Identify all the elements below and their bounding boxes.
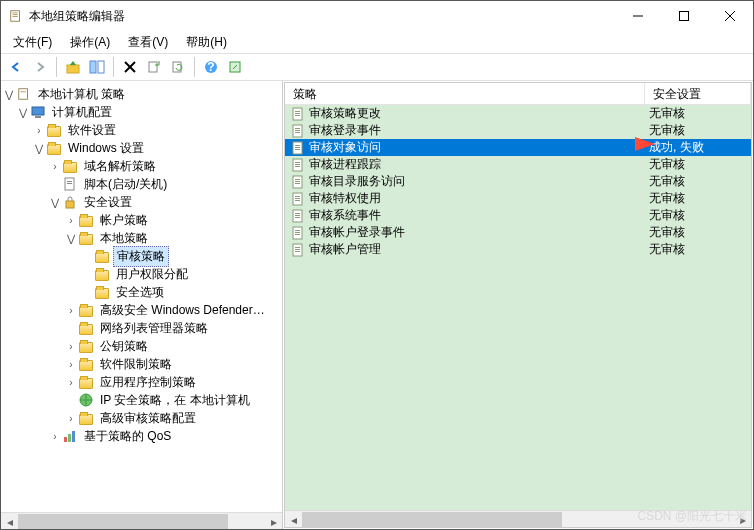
expand-icon[interactable]: › bbox=[49, 161, 61, 172]
menu-help[interactable]: 帮助(H) bbox=[178, 32, 235, 53]
list-row[interactable]: 审核登录事件无审核 bbox=[285, 122, 751, 139]
list-row[interactable]: 审核特权使用无审核 bbox=[285, 190, 751, 207]
tree[interactable]: ⋁ 本地计算机 策略 ⋁ 计算机配置 › 软件设置 ⋁ Wind bbox=[1, 81, 282, 512]
list-row[interactable]: 审核进程跟踪无审核 bbox=[285, 156, 751, 173]
ipsec-icon bbox=[78, 392, 94, 408]
forward-button[interactable] bbox=[29, 56, 51, 78]
expand-icon[interactable] bbox=[81, 269, 93, 280]
tree-scripts[interactable]: 脚本(启动/关机) bbox=[1, 175, 282, 193]
expand-icon[interactable] bbox=[81, 251, 93, 262]
expand-icon[interactable]: ⋁ bbox=[3, 89, 15, 100]
tree-qos[interactable]: › 基于策略的 QoS bbox=[1, 427, 282, 445]
scroll-thumb[interactable] bbox=[302, 512, 562, 527]
expand-icon[interactable] bbox=[81, 287, 93, 298]
tree-windows-settings[interactable]: ⋁ Windows 设置 bbox=[1, 139, 282, 157]
expand-icon[interactable]: › bbox=[65, 305, 77, 316]
expand-icon[interactable]: › bbox=[65, 359, 77, 370]
list-h-scrollbar[interactable]: ◂ ▸ bbox=[285, 510, 751, 527]
toolbar-separator bbox=[194, 57, 195, 77]
expand-icon[interactable]: › bbox=[65, 341, 77, 352]
tree-dns-policy[interactable]: › 域名解析策略 bbox=[1, 157, 282, 175]
tree-advaudit[interactable]: › 高级审核策略配置 bbox=[1, 409, 282, 427]
list-row[interactable]: 审核帐户管理无审核 bbox=[285, 241, 751, 258]
col-policy[interactable]: 策略 bbox=[285, 83, 645, 104]
close-button[interactable] bbox=[707, 1, 753, 31]
titlebar: 本地组策略编辑器 bbox=[1, 1, 753, 31]
delete-button[interactable] bbox=[119, 56, 141, 78]
tree-h-scrollbar[interactable]: ◂ ▸ bbox=[1, 512, 282, 529]
svg-rect-27 bbox=[64, 437, 67, 442]
tree-label: 高级安全 Windows Defender… bbox=[97, 301, 268, 320]
expand-icon[interactable] bbox=[65, 323, 77, 334]
menu-file[interactable]: 文件(F) bbox=[5, 32, 60, 53]
expand-icon[interactable]: › bbox=[65, 377, 77, 388]
maximize-button[interactable] bbox=[661, 1, 707, 31]
list-row[interactable]: 审核对象访问成功, 失败 bbox=[285, 139, 751, 156]
list-row[interactable]: 审核系统事件无审核 bbox=[285, 207, 751, 224]
up-button[interactable] bbox=[62, 56, 84, 78]
folder-icon bbox=[78, 410, 94, 426]
list-row[interactable]: 审核目录服务访问无审核 bbox=[285, 173, 751, 190]
tree-ipsec[interactable]: IP 安全策略，在 本地计算机 bbox=[1, 391, 282, 409]
svg-rect-9 bbox=[90, 61, 96, 73]
tree-local-policy[interactable]: ⋁ 本地策略 bbox=[1, 229, 282, 247]
policy-name: 审核特权使用 bbox=[309, 190, 381, 207]
expand-icon[interactable]: › bbox=[33, 125, 45, 136]
list-row[interactable]: 审核策略更改无审核 bbox=[285, 105, 751, 122]
help-button[interactable]: ? bbox=[200, 56, 222, 78]
tree-softrestrict[interactable]: › 软件限制策略 bbox=[1, 355, 282, 373]
svg-rect-29 bbox=[72, 431, 75, 442]
tree-security-options[interactable]: 安全选项 bbox=[1, 283, 282, 301]
expand-icon[interactable] bbox=[49, 179, 61, 190]
tree-software-settings[interactable]: › 软件设置 bbox=[1, 121, 282, 139]
expand-icon[interactable]: › bbox=[65, 413, 77, 424]
export-button[interactable] bbox=[143, 56, 165, 78]
filter-button[interactable] bbox=[224, 56, 246, 78]
tree-netlist[interactable]: 网络列表管理器策略 bbox=[1, 319, 282, 337]
svg-rect-39 bbox=[295, 145, 300, 146]
svg-rect-2 bbox=[13, 14, 18, 15]
window-title: 本地组策略编辑器 bbox=[29, 8, 615, 25]
tree-computer-config[interactable]: ⋁ 计算机配置 bbox=[1, 103, 282, 121]
tree-audit-policy[interactable]: 审核策略 bbox=[1, 247, 282, 265]
scroll-right-button[interactable]: ▸ bbox=[265, 513, 282, 530]
policy-item-icon bbox=[290, 242, 306, 258]
scroll-track[interactable] bbox=[302, 511, 734, 527]
scroll-right-button[interactable]: ▸ bbox=[734, 511, 751, 528]
policy-value: 无审核 bbox=[645, 122, 751, 139]
tree-pubkey[interactable]: › 公钥策略 bbox=[1, 337, 282, 355]
svg-rect-5 bbox=[680, 12, 689, 21]
show-hide-tree-button[interactable] bbox=[86, 56, 108, 78]
expand-icon[interactable]: ⋁ bbox=[49, 197, 61, 208]
list-body[interactable]: 审核策略更改无审核审核登录事件无审核审核对象访问成功, 失败审核进程跟踪无审核审… bbox=[285, 105, 751, 510]
expand-icon[interactable]: › bbox=[49, 431, 61, 442]
scroll-track[interactable] bbox=[18, 513, 265, 529]
svg-rect-37 bbox=[295, 132, 300, 133]
expand-icon[interactable]: ⋁ bbox=[33, 143, 45, 154]
back-button[interactable] bbox=[5, 56, 27, 78]
minimize-button[interactable] bbox=[615, 1, 661, 31]
policy-name: 审核进程跟踪 bbox=[309, 156, 381, 173]
menu-action[interactable]: 操作(A) bbox=[62, 32, 118, 53]
scroll-left-button[interactable]: ◂ bbox=[1, 513, 18, 530]
tree-security-settings[interactable]: ⋁ 安全设置 bbox=[1, 193, 282, 211]
policy-name: 审核目录服务访问 bbox=[309, 173, 405, 190]
tree-account-policy[interactable]: › 帐户策略 bbox=[1, 211, 282, 229]
scroll-thumb[interactable] bbox=[18, 514, 228, 529]
expand-icon[interactable] bbox=[65, 395, 77, 406]
tree-user-rights[interactable]: 用户权限分配 bbox=[1, 265, 282, 283]
col-security[interactable]: 安全设置 bbox=[645, 83, 751, 104]
tree-appctrl[interactable]: › 应用程序控制策略 bbox=[1, 373, 282, 391]
refresh-button[interactable] bbox=[167, 56, 189, 78]
menu-view[interactable]: 查看(V) bbox=[120, 32, 176, 53]
tree-root[interactable]: ⋁ 本地计算机 策略 bbox=[1, 85, 282, 103]
expand-icon[interactable]: ⋁ bbox=[65, 233, 77, 244]
svg-rect-63 bbox=[295, 247, 300, 248]
scroll-left-button[interactable]: ◂ bbox=[285, 511, 302, 528]
list-row[interactable]: 审核帐户登录事件无审核 bbox=[285, 224, 751, 241]
expand-icon[interactable]: › bbox=[65, 215, 77, 226]
expand-icon[interactable]: ⋁ bbox=[17, 107, 29, 118]
tree-defender[interactable]: › 高级安全 Windows Defender… bbox=[1, 301, 282, 319]
folder-icon bbox=[78, 212, 94, 228]
svg-rect-18 bbox=[19, 89, 28, 100]
